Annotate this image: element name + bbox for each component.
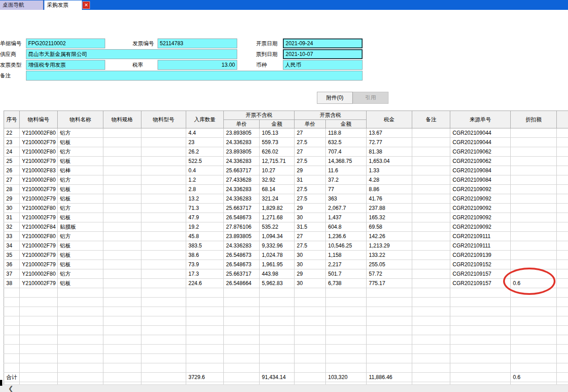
cell-qty[interactable]: [186, 307, 224, 316]
cell-model[interactable]: [141, 363, 186, 373]
cell-remark[interactable]: [412, 260, 450, 269]
total-row[interactable]: 合计3729.691,434.14103,32011,886.460.6: [4, 373, 568, 382]
cell-price_incl[interactable]: [295, 326, 326, 335]
cell-code[interactable]: [20, 345, 58, 354]
cell-code[interactable]: Y2100002F84: [20, 222, 58, 232]
cell-seq[interactable]: [4, 307, 20, 316]
cell-seq[interactable]: 33: [4, 232, 20, 241]
cell-name[interactable]: [58, 316, 103, 326]
cell-price_incl[interactable]: 27.5: [295, 157, 326, 166]
cell-name[interactable]: 铝板: [58, 157, 103, 166]
cell-model[interactable]: [141, 335, 186, 345]
cell-code[interactable]: Y2100002F79: [20, 157, 58, 166]
cell-tax[interactable]: 165.32: [367, 213, 412, 222]
cell-amount_incl[interactable]: 1,437: [326, 213, 367, 222]
cell-extra[interactable]: [557, 307, 568, 316]
cell-amount_incl[interactable]: 1,158: [326, 251, 367, 260]
invoice-type-field[interactable]: 增值税专用发票: [26, 60, 105, 70]
cell-amount_incl[interactable]: [326, 345, 367, 354]
cell-qty[interactable]: 38.6: [186, 251, 224, 260]
empty-row[interactable]: [4, 288, 568, 298]
cell-extra[interactable]: [557, 175, 568, 185]
doc-no-field[interactable]: FPG202110002: [26, 38, 105, 48]
cell-model[interactable]: [141, 147, 186, 157]
cell-price_excl[interactable]: 26.548664: [224, 279, 260, 288]
cell-model[interactable]: [141, 326, 186, 335]
cell-code[interactable]: Y2100002F80: [20, 269, 58, 279]
cell-price_incl[interactable]: [295, 316, 326, 326]
cell-name[interactable]: [58, 307, 103, 316]
table-row[interactable]: 25Y2100002F79铝板522.524.33628312,715.7127…: [4, 157, 568, 166]
tax-rate-field[interactable]: 13.00: [158, 60, 237, 70]
cell-spec[interactable]: [103, 222, 141, 232]
cell-discount[interactable]: [511, 260, 557, 269]
cell-extra[interactable]: [557, 232, 568, 241]
cell-amount_excl[interactable]: [260, 326, 295, 335]
cell-amount_excl[interactable]: [260, 354, 295, 363]
cell-price_excl[interactable]: 24.336283: [224, 157, 260, 166]
cell-source[interactable]: [450, 373, 511, 382]
cell-code[interactable]: [20, 298, 58, 307]
cell-amount_excl[interactable]: [260, 316, 295, 326]
cell-qty[interactable]: 17.3: [186, 269, 224, 279]
cell-price_excl[interactable]: [224, 326, 260, 335]
cell-tax[interactable]: 1,213.29: [367, 241, 412, 251]
cell-remark[interactable]: [412, 316, 450, 326]
cell-seq[interactable]: 35: [4, 251, 20, 260]
cell-amount_incl[interactable]: 37.2: [326, 175, 367, 185]
cell-code[interactable]: Y2100002F79: [20, 194, 58, 204]
cell-price_incl[interactable]: 27.5: [295, 241, 326, 251]
cell-source[interactable]: CGR202109157: [450, 279, 511, 288]
cell-price_excl[interactable]: [224, 354, 260, 363]
cell-remark[interactable]: [412, 194, 450, 204]
empty-row[interactable]: [4, 335, 568, 345]
cell-amount_incl[interactable]: 632.5: [326, 138, 367, 147]
cell-price_excl[interactable]: 23.893805: [224, 147, 260, 157]
cell-price_incl[interactable]: [295, 288, 326, 298]
cell-seq[interactable]: 合计: [4, 373, 20, 382]
cell-amount_excl[interactable]: [260, 298, 295, 307]
cell-amount_incl[interactable]: 604.8: [326, 222, 367, 232]
cell-discount[interactable]: [511, 363, 557, 373]
cell-tax[interactable]: 41.76: [367, 194, 412, 204]
cell-name[interactable]: 铝板: [58, 241, 103, 251]
cell-discount[interactable]: [511, 185, 557, 194]
cell-model[interactable]: [141, 128, 186, 138]
cell-extra[interactable]: [557, 373, 568, 382]
cell-code[interactable]: [20, 335, 58, 345]
cell-amount_incl[interactable]: 11.6: [326, 166, 367, 175]
cell-amount_excl[interactable]: 1,024.78: [260, 251, 295, 260]
empty-row[interactable]: [4, 345, 568, 354]
cell-price_incl[interactable]: 29: [295, 166, 326, 175]
cell-spec[interactable]: [103, 147, 141, 157]
cell-price_incl[interactable]: 30: [295, 260, 326, 269]
cell-remark[interactable]: [412, 288, 450, 298]
table-row[interactable]: 34Y2100002F79铝板383.524.3362839,332.9627.…: [4, 241, 568, 251]
cell-model[interactable]: [141, 354, 186, 363]
close-tab-icon[interactable]: ✕: [82, 1, 90, 9]
cell-qty[interactable]: 19.2: [186, 222, 224, 232]
cell-amount_excl[interactable]: [260, 345, 295, 354]
cell-amount_incl[interactable]: 2,217: [326, 260, 367, 269]
cell-qty[interactable]: 47.9: [186, 213, 224, 222]
cell-tax[interactable]: 11,886.46: [367, 373, 412, 382]
cell-price_excl[interactable]: [224, 307, 260, 316]
cell-price_excl[interactable]: [224, 335, 260, 345]
cell-model[interactable]: [141, 222, 186, 232]
cell-price_incl[interactable]: [295, 373, 326, 382]
cell-tax[interactable]: 57.72: [367, 269, 412, 279]
table-row[interactable]: 38Y2100002F79铝板224.626.5486645,962.83306…: [4, 279, 568, 288]
cell-discount[interactable]: [511, 326, 557, 335]
cell-source[interactable]: [450, 335, 511, 345]
cell-tax[interactable]: [367, 354, 412, 363]
cell-tax[interactable]: [367, 326, 412, 335]
cell-seq[interactable]: 30: [4, 204, 20, 213]
cell-remark[interactable]: [412, 138, 450, 147]
cell-remark[interactable]: [412, 157, 450, 166]
cell-seq[interactable]: 36: [4, 260, 20, 269]
cell-tax[interactable]: [367, 316, 412, 326]
cell-tax[interactable]: [367, 335, 412, 345]
cell-extra[interactable]: [557, 326, 568, 335]
cell-amount_excl[interactable]: [260, 363, 295, 373]
cell-amount_excl[interactable]: 443.98: [260, 269, 295, 279]
